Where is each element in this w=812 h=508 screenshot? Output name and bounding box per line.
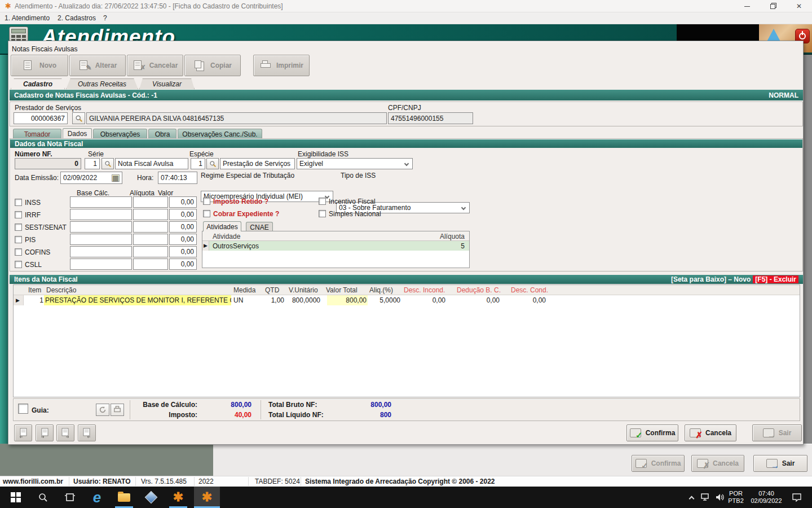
serie-input[interactable]: 1 [85,158,100,169]
cadastro-header-title: Cadastro de Notas Fiscais Avulsas - Cód.… [14,91,157,99]
irrf-aliq-input[interactable] [133,209,168,220]
serie-desc-input[interactable]: Nota Fiscal Avulsa [115,158,188,169]
nav-first-button[interactable] [14,424,32,441]
calendar-icon[interactable]: ▦ [112,174,120,182]
csll-checkbox[interactable] [15,261,22,268]
cpf-input[interactable]: 47551496000155 [388,112,473,124]
guia-print-button[interactable] [111,404,124,416]
atividades-grid-header: Atividade Alíquota [202,231,469,241]
cofins-checkbox[interactable] [15,248,22,256]
fiorilli-app-button[interactable]: ✱ [167,487,189,508]
prestador-name-input[interactable]: GILVANIA PEREIRA DA SILVA 04816457135 [86,112,387,124]
csll-aliq-input[interactable] [133,259,168,270]
tab-dados[interactable]: Dados [63,128,92,138]
file-explorer-button[interactable] [113,487,135,508]
fiorilli-active-app-button[interactable]: ✱ [194,487,220,508]
tab-atividades[interactable]: Atividades [203,221,241,231]
csll-valor-input[interactable]: 0,00 [169,259,197,270]
start-button[interactable] [5,487,27,508]
pis-checkbox[interactable] [15,236,22,243]
nav-last-button[interactable] [78,424,96,441]
confirma-button[interactable]: ✓ Confirma [626,424,678,441]
network-tray-icon[interactable] [698,487,713,508]
atividade-row[interactable]: ▶ OutrosServiços 5 [202,241,469,251]
guia-refresh-button[interactable] [96,404,109,416]
nav-next-button[interactable] [56,424,74,441]
taskbar: e ✱ ✱ POR PTB2 07:40 02/09/2022 [0,487,812,508]
incentivo-checkbox[interactable] [319,198,326,205]
minimize-button[interactable] [738,0,757,12]
cancelar-button[interactable]: ✗ Cancelar [127,55,183,76]
csll-base-input[interactable] [70,259,132,270]
alterar-icon: ✎ [78,60,91,71]
outer-confirma-button[interactable]: ✓ Confirma [632,455,685,472]
inss-valor-input[interactable]: 0,00 [169,196,197,208]
irrf-base-input[interactable] [70,209,132,220]
tab-outras-receitas[interactable]: Outras Receitas [66,78,138,89]
internet-explorer-button[interactable]: e [86,487,108,508]
divider [301,477,301,486]
cancela-button[interactable]: ✗ Cancela [685,424,736,441]
item-row[interactable]: ▶ 1 PRESTAÇÃO DE SERVIÇOS DE MONITOR I, … [14,295,800,305]
irrf-checkbox[interactable] [15,211,22,218]
outer-sair-button[interactable]: → Sair [753,455,807,472]
pis-valor-input[interactable]: 0,00 [169,234,197,245]
sest-aliq-input[interactable] [133,221,168,233]
task-view-button[interactable] [59,487,81,508]
tab-cadastro[interactable]: Cadastro [11,78,65,89]
sair-button[interactable]: → Sair [752,424,802,441]
cofins-valor-input[interactable]: 0,00 [169,246,197,257]
inss-base-input[interactable] [70,196,132,208]
cofins-aliq-input[interactable] [133,246,168,257]
close-button[interactable]: ✕ [789,0,809,12]
sest-valor-input[interactable]: 0,00 [169,221,197,233]
alterar-button[interactable]: ✎ Alterar [69,55,126,76]
clock[interactable]: 07:40 02/09/2022 [747,487,786,508]
especie-input[interactable]: 1 [191,158,205,169]
exigibilidade-select[interactable]: Exigível [297,158,413,169]
cobrar-expediente-checkbox[interactable] [203,210,210,217]
taskbar-search-button[interactable] [32,487,54,508]
menu-atendimento[interactable]: 1. Atendimento [5,14,50,22]
tab-visualizar[interactable]: Visualizar [139,78,195,89]
volume-tray-icon[interactable] [713,487,727,508]
blue-app-icon [145,491,158,504]
menu-help[interactable]: ? [103,14,107,22]
divider [261,400,261,419]
nav-prev-button[interactable] [36,424,54,441]
novo-button[interactable]: Novo [11,55,68,76]
hora-input[interactable]: 07:40:13 [158,172,197,184]
tray-expand-button[interactable] [685,487,698,508]
data-emissao-input[interactable]: 02/09/2022 ▦ [60,172,122,184]
especie-desc-input[interactable]: Prestação de Serviços [220,158,295,169]
notification-center-button[interactable] [788,487,805,508]
blue-app-button[interactable] [140,487,162,508]
especie-search-button[interactable] [206,158,219,169]
pis-aliq-input[interactable] [133,234,168,245]
maximize-button[interactable] [763,0,782,12]
inss-checkbox[interactable] [15,199,22,206]
language-indicator[interactable]: POR PTB2 [726,487,745,508]
tab-obra[interactable]: Obra [148,129,176,139]
sest-checkbox[interactable] [15,224,22,231]
outer-cancela-button[interactable]: ✗ Cancela [691,455,744,472]
prestador-code-input[interactable]: 000006367 [14,112,68,124]
serie-search-button[interactable] [102,158,114,169]
numero-nf-input[interactable]: 0 [15,158,81,169]
tab-tomador[interactable]: Tomador [13,129,61,139]
inss-aliq-input[interactable] [133,196,168,208]
guia-checkbox[interactable] [18,404,28,414]
simples-checkbox[interactable] [319,210,326,217]
notas-fiscais-dialog: Notas Fiscais Avulsas Novo ✎ Alterar ✗ C… [8,41,804,445]
pis-base-input[interactable] [70,234,132,245]
irrf-valor-input[interactable]: 0,00 [169,209,197,220]
tab-obs-canc[interactable]: Observações Canc./Sub. [178,129,262,139]
prestador-search-button[interactable] [72,112,85,124]
sest-base-input[interactable] [70,221,132,233]
cofins-base-input[interactable] [70,246,132,257]
imprimir-button[interactable]: Imprimir [253,55,310,76]
copiar-button[interactable]: Copiar [184,55,241,76]
menu-cadastros[interactable]: 2. Cadastros [58,14,96,22]
tab-observacoes[interactable]: Observações [93,129,147,139]
imposto-retido-checkbox[interactable] [203,198,210,205]
